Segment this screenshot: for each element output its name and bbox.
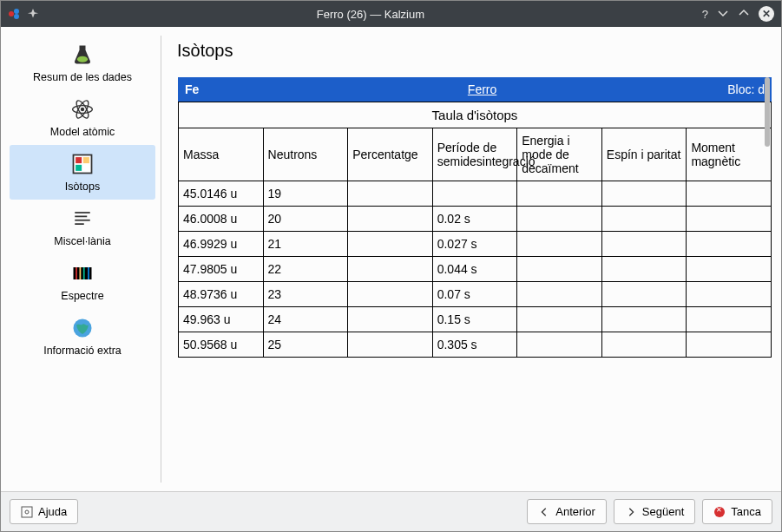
cell-pct: [348, 332, 433, 358]
prev-label: Anterior: [555, 505, 595, 518]
sidebar-item-isotopes[interactable]: Isòtops: [10, 145, 155, 200]
table-row: 50.9568 u250.305 s: [179, 332, 772, 358]
cell-half: [432, 181, 517, 207]
col-magnetic: Moment magnètic: [687, 128, 772, 181]
table-row: 46.0008 u200.02 s: [179, 207, 772, 232]
cell-pct: [348, 307, 433, 332]
table-row: 46.9929 u210.027 s: [179, 232, 772, 257]
col-mass: Massa: [179, 128, 264, 181]
svg-point-3: [77, 56, 88, 62]
next-label: Següent: [642, 505, 684, 518]
sidebar-item-spectrum[interactable]: Espectre: [10, 254, 155, 309]
cell-spin: [601, 282, 687, 307]
cell-mag: [687, 257, 772, 282]
cell-energy: [517, 232, 602, 257]
sidebar-item-misc[interactable]: Miscel·lània: [10, 200, 155, 254]
cell-mass: 47.9805 u: [179, 257, 264, 282]
cell-mag: [687, 232, 772, 257]
close-button[interactable]: Tanca: [702, 499, 772, 524]
element-block: Bloc: d: [727, 82, 765, 96]
svg-rect-9: [76, 157, 82, 163]
close-icon[interactable]: ✕: [759, 6, 774, 22]
svg-point-24: [25, 510, 29, 514]
sidebar-item-summary[interactable]: Resum de les dades: [10, 36, 155, 90]
isotope-scroll-area[interactable]: Fe Ferro Bloc: d Taula d'isòtops Massa N…: [177, 76, 772, 483]
svg-point-0: [9, 11, 14, 16]
col-halflife: Període de semidesintegració: [432, 128, 517, 181]
cell-half: 0.15 s: [432, 307, 517, 332]
cell-half: 0.044 s: [432, 257, 517, 282]
sidebar-item-atomic-model[interactable]: Model atòmic: [10, 90, 155, 145]
cell-energy: [517, 207, 602, 232]
cell-neutrons: 23: [263, 282, 348, 307]
prev-button[interactable]: Anterior: [527, 499, 607, 524]
minimize-icon[interactable]: [717, 7, 729, 22]
window-title: Ferro (26) — Kalzium: [39, 8, 702, 21]
sidebar-item-label: Model atòmic: [50, 126, 115, 138]
table-row: 45.0146 u19: [179, 181, 772, 207]
col-spin: Espín i paritat: [601, 128, 687, 181]
cell-neutrons: 19: [263, 181, 348, 207]
sidebar: Resum de les dades Model atòmic Isòtops …: [10, 36, 161, 483]
svg-rect-11: [76, 165, 82, 171]
cell-pct: [348, 181, 433, 207]
cell-energy: [517, 332, 602, 358]
cell-pct: [348, 257, 433, 282]
maximize-icon[interactable]: [738, 7, 750, 22]
atom-icon: [69, 95, 96, 123]
cell-mag: [687, 181, 772, 207]
table-row: 48.9736 u230.07 s: [179, 282, 772, 307]
cell-neutrons: 21: [263, 232, 348, 257]
cell-energy: [517, 282, 602, 307]
lines-icon: [69, 205, 96, 233]
next-button[interactable]: Següent: [614, 499, 695, 524]
close-red-icon: [713, 506, 726, 518]
help-icon[interactable]: ?: [702, 8, 708, 21]
content-area: Resum de les dades Model atòmic Isòtops …: [1, 27, 781, 491]
sidebar-item-label: Espectre: [61, 290, 103, 302]
scrollbar[interactable]: [765, 77, 770, 147]
cell-mass: 45.0146 u: [179, 181, 264, 207]
sidebar-item-extra[interactable]: Informació extra: [10, 309, 155, 364]
cell-pct: [348, 232, 433, 257]
help-gear-icon: [21, 506, 33, 518]
sidebar-item-label: Miscel·lània: [54, 235, 110, 247]
main-panel: Isòtops Fe Ferro Bloc: d Taula d'isòtops…: [161, 36, 772, 483]
svg-point-2: [14, 14, 19, 19]
flask-icon: [69, 41, 96, 69]
cell-spin: [601, 207, 687, 232]
cell-mass: 50.9568 u: [179, 332, 264, 358]
titlebar[interactable]: Ferro (26) — Kalzium ? ✕: [1, 1, 781, 27]
help-button[interactable]: Ajuda: [10, 499, 78, 524]
cell-mag: [687, 332, 772, 358]
cell-energy: [517, 307, 602, 332]
cell-energy: [517, 181, 602, 207]
svg-point-7: [81, 108, 84, 111]
cell-spin: [601, 257, 687, 282]
table-row: 47.9805 u220.044 s: [179, 257, 772, 282]
svg-rect-10: [83, 157, 89, 163]
cell-pct: [348, 282, 433, 307]
app-window: Ferro (26) — Kalzium ? ✕ Resum de les da…: [0, 0, 782, 532]
help-label: Ajuda: [38, 505, 67, 518]
table-caption: Taula d'isòtops: [179, 102, 772, 128]
table-header-row: Massa Neutrons Percentatge Període de se…: [179, 128, 772, 181]
cell-neutrons: 20: [263, 207, 348, 232]
cell-neutrons: 25: [263, 332, 348, 358]
footer: Ajuda Anterior Següent Tanca: [1, 491, 781, 531]
chevron-right-icon: [625, 506, 637, 518]
cell-mag: [687, 307, 772, 332]
cell-mag: [687, 282, 772, 307]
cell-mag: [687, 207, 772, 232]
app-icon: [8, 7, 22, 21]
element-header: Fe Ferro Bloc: d: [178, 77, 772, 102]
cell-spin: [601, 307, 687, 332]
cell-half: 0.07 s: [432, 282, 517, 307]
element-name-link[interactable]: Ferro: [237, 82, 727, 96]
isotope-table: Taula d'isòtops Massa Neutrons Percentat…: [178, 102, 772, 358]
col-energy: Energia i mode de decaïment: [517, 128, 602, 181]
chevron-left-icon: [538, 506, 550, 518]
pin-icon[interactable]: [27, 8, 39, 20]
spectrum-icon: [69, 259, 96, 287]
cell-mass: 48.9736 u: [179, 282, 264, 307]
